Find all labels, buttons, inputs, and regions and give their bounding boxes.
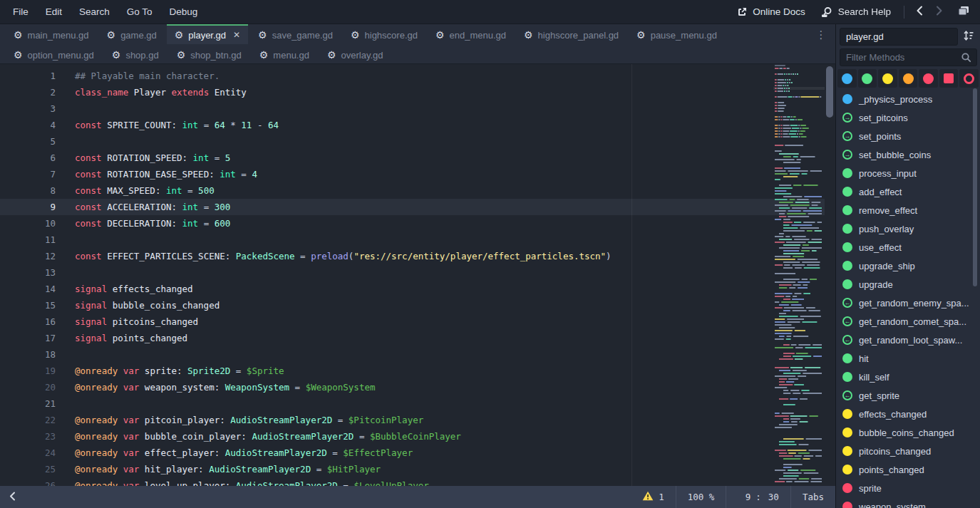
code-line[interactable]: 6const ROTATION_SPEED: int = 5 [0, 150, 835, 166]
script-tab-shop_btn-gd[interactable]: ⚙shop_btn.gd [169, 44, 249, 64]
code-line[interactable]: 20@onready var weapon_system: WeaponSyst… [0, 379, 835, 395]
member-filter-pink-circle-button[interactable] [919, 69, 938, 88]
code-line[interactable]: 8const MAX_SPEED: int = 500 [0, 182, 835, 199]
member-filter-green-circle-button[interactable] [858, 69, 877, 88]
code-line[interactable]: 4const SPRITE_COUNT: int = 64 * 11 - 64 [0, 117, 835, 133]
method-item-hit[interactable]: hit [836, 349, 980, 368]
code-line[interactable]: 5 [0, 133, 835, 150]
method-item-_physics_process[interactable]: _physics_process [836, 90, 980, 108]
member-filter-pink-ring-button[interactable] [959, 69, 979, 88]
line-number[interactable]: 5 [0, 133, 56, 150]
code-line[interactable]: 22@onready var pitcoin_player: AudioStre… [0, 412, 835, 428]
member-filter-yellow-circle-button[interactable] [878, 69, 897, 88]
line-number[interactable]: 21 [0, 395, 56, 412]
method-item-upgrade_ship[interactable]: upgrade_ship [836, 256, 980, 275]
method-item-get_sprite[interactable]: ←get_sprite [836, 386, 980, 405]
line-number[interactable]: 18 [0, 346, 56, 363]
line-number[interactable]: 14 [0, 281, 56, 297]
script-name-field[interactable] [840, 28, 958, 46]
make-floating-button[interactable] [953, 3, 974, 21]
line-number[interactable]: 8 [0, 182, 56, 199]
method-item-kill_self[interactable]: kill_self [836, 368, 980, 386]
menu-item-search[interactable]: Search [71, 0, 118, 24]
script-tab-option_menu-gd[interactable]: ⚙option_menu.gd [6, 44, 102, 64]
line-number[interactable]: 2 [0, 84, 56, 100]
script-tab-highscore_panel-gd[interactable]: ⚙highscore_panel.gd [516, 24, 626, 44]
script-tab-shop-gd[interactable]: ⚙shop.gd [104, 44, 167, 64]
line-number[interactable]: 6 [0, 150, 56, 166]
method-item-sprite[interactable]: sprite [836, 479, 980, 497]
script-tab-save_game-gd[interactable]: ⚙save_game.gd [250, 24, 341, 44]
method-item-get_random_comet_spa[interactable]: ←get_random_comet_spa... [836, 312, 980, 331]
line-number[interactable]: 3 [0, 100, 56, 117]
member-filter-pink-square-button[interactable] [939, 69, 959, 88]
script-tab-player-gd[interactable]: ⚙player.gd✕ [167, 24, 248, 44]
script-tab-overlay-gd[interactable]: ⚙overlay.gd [319, 44, 391, 64]
indent-type[interactable]: Tabs [791, 486, 835, 508]
code-line[interactable]: 2class_name Player extends Entity [0, 84, 835, 100]
method-item-use_effect[interactable]: use_effect [836, 238, 980, 256]
line-number[interactable]: 17 [0, 330, 56, 346]
line-number[interactable]: 25 [0, 461, 56, 477]
method-item-push_overlay[interactable]: push_overlay [836, 219, 980, 238]
line-number[interactable]: 9 [0, 199, 56, 215]
history-forward-button[interactable] [930, 3, 949, 21]
method-item-add_effect[interactable]: add_effect [836, 182, 980, 201]
zoom-level[interactable]: 100 % [676, 486, 726, 508]
code-line[interactable]: 23@onready var bubble_coin_player: Audio… [0, 428, 835, 445]
method-item-upgrade[interactable]: upgrade [836, 275, 980, 294]
line-number[interactable]: 11 [0, 232, 56, 248]
code-line[interactable]: 24@onready var effect_player: AudioStrea… [0, 445, 835, 461]
code-line[interactable]: 3 [0, 100, 835, 117]
line-number[interactable]: 20 [0, 379, 56, 395]
script-tab-highscore-gd[interactable]: ⚙highscore.gd [343, 24, 425, 44]
menu-item-edit[interactable]: Edit [37, 0, 71, 24]
line-number[interactable]: 15 [0, 297, 56, 313]
code-line[interactable]: 7const ROTATION_EASE_SPEED: int = 4 [0, 166, 835, 182]
code-editor[interactable]: 1## Playable main character.2class_name … [0, 64, 835, 486]
scrollbar-thumb[interactable] [826, 66, 833, 118]
close-icon[interactable]: ✕ [233, 30, 240, 40]
script-tab-main_menu-gd[interactable]: ⚙main_menu.gd [6, 24, 97, 44]
filter-methods-input[interactable] [840, 48, 977, 66]
method-item-get_random_enemy_spa[interactable]: ←get_random_enemy_spa... [836, 294, 980, 312]
line-number[interactable]: 16 [0, 313, 56, 330]
line-number[interactable]: 22 [0, 412, 56, 428]
code-line[interactable]: 19@onready var sprite: Sprite2D = $Sprit… [0, 363, 835, 379]
online-docs-button[interactable]: Online Docs [730, 0, 813, 24]
code-line[interactable]: 10const DECELERATION: int = 600 [0, 215, 835, 232]
member-filter-blue-circle-button[interactable] [837, 69, 857, 88]
minimap[interactable] [773, 64, 825, 486]
code-line[interactable]: 9const ACCELERATION: int = 300 [0, 199, 825, 215]
member-filter-orange-circle-button[interactable] [899, 69, 918, 88]
script-tab-end_menu-gd[interactable]: ⚙end_menu.gd [428, 24, 514, 44]
method-item-get_random_loot_spaw[interactable]: ←get_random_loot_spaw... [836, 331, 980, 349]
menu-item-file[interactable]: File [4, 0, 37, 24]
search-help-button[interactable]: Search Help [814, 0, 898, 24]
code-line[interactable]: 17signal points_changed [0, 330, 835, 346]
code-line[interactable]: 15signal bubble_coins_changed [0, 297, 835, 313]
code-line[interactable]: 11 [0, 232, 835, 248]
line-number[interactable]: 4 [0, 117, 56, 133]
line-number[interactable]: 13 [0, 264, 56, 281]
code-line[interactable]: 21 [0, 395, 835, 412]
method-item-remove_effect[interactable]: remove_effect [836, 201, 980, 219]
code-line[interactable]: 26@onready var level_up_player: AudioStr… [0, 477, 835, 486]
menu-item-debug[interactable]: Debug [161, 0, 207, 24]
warning-badge[interactable]: 1 [631, 486, 676, 508]
collapse-panel-button[interactable] [0, 486, 24, 508]
code-line[interactable]: 14signal effects_changed [0, 281, 835, 297]
script-tab-game-gd[interactable]: ⚙game.gd [99, 24, 165, 44]
method-item-bubble_coins_changed[interactable]: bubble_coins_changed [836, 423, 980, 442]
line-number[interactable]: 19 [0, 363, 56, 379]
line-number[interactable]: 24 [0, 445, 56, 461]
method-item-effects_changed[interactable]: effects_changed [836, 405, 980, 423]
method-item-process_input[interactable]: process_input [836, 164, 980, 182]
line-number[interactable]: 7 [0, 166, 56, 182]
tab-overflow-menu-button[interactable]: ⋮ [814, 27, 828, 43]
method-item-pitcoins_changed[interactable]: pitcoins_changed [836, 442, 980, 460]
method-item-set_bubble_coins[interactable]: →set_bubble_coins [836, 145, 980, 164]
history-back-button[interactable] [910, 3, 929, 21]
line-number[interactable]: 23 [0, 428, 56, 445]
script-tab-pause_menu-gd[interactable]: ⚙pause_menu.gd [629, 24, 725, 44]
